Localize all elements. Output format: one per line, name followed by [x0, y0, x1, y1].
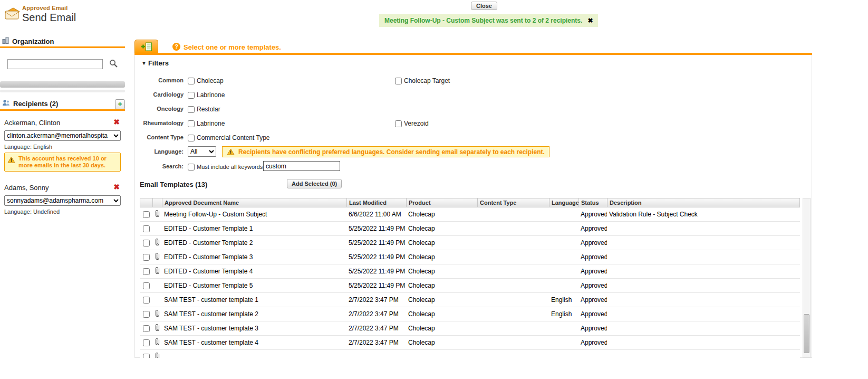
template-status: Approved — [578, 239, 607, 247]
organization-search-input[interactable] — [7, 59, 103, 69]
template-product: Cholecap — [406, 339, 477, 346]
recipient-name: Adams, Sonny — [4, 183, 121, 192]
column-name[interactable]: Approved Document Name — [162, 198, 347, 207]
template-modified: 2/7/2022 3:47 PM — [346, 296, 406, 304]
search-icon[interactable] — [107, 58, 120, 70]
row-checkbox[interactable] — [143, 268, 150, 275]
table-row[interactable]: Meeting Follow-Up - Custom Subject 6/6/2… — [140, 207, 800, 222]
filters-and-results-panel: ▼ Filters Common Cholecap Cholecap Targe… — [134, 55, 812, 358]
send-email-window: Approved Email Send Email Close Meeting … — [0, 0, 868, 379]
add-selected-button[interactable]: Add Selected (0) — [287, 179, 342, 188]
recipient-email-select[interactable]: sonnyadams@adamspharma.com — [4, 195, 121, 206]
filter-checkbox[interactable] — [395, 78, 402, 84]
recipient-warning-text: This account has received 10 or more ema… — [18, 155, 118, 169]
template-status: Approved — [578, 296, 607, 304]
column-status[interactable]: Status — [579, 198, 607, 207]
recipient-warning: This account has received 10 or more ema… — [4, 153, 121, 172]
toast-close-icon[interactable]: ✖ — [587, 17, 593, 24]
template-name: EDITED - Customer Template 5 — [162, 282, 346, 289]
attachment-icon — [155, 324, 160, 333]
page-title: Send Email — [22, 12, 76, 24]
filter-option[interactable]: Commercial Content Type — [188, 132, 270, 144]
organization-icon — [2, 37, 9, 45]
recipient-email-select[interactable]: clinton.ackerman@memorialhospita — [4, 130, 121, 141]
table-row[interactable]: SAM TEST - customer template 1 2/7/2022 … — [140, 293, 800, 307]
template-product: Cholecap — [406, 268, 477, 275]
filter-option[interactable]: Restolar — [188, 103, 220, 115]
column-language[interactable]: Language — [549, 198, 579, 207]
filter-option[interactable]: Cholecap Target — [395, 75, 450, 87]
filter-row: Content Type Commercial Content Type — [135, 132, 715, 144]
filter-option[interactable]: Cholecap — [188, 75, 224, 87]
template-search-input[interactable] — [263, 161, 340, 171]
template-product: Cholecap — [406, 325, 477, 332]
attachment-icon — [155, 252, 160, 262]
table-row[interactable]: EDITED - Customer Template 1 5/25/2022 1… — [140, 222, 800, 236]
recipient-name: Ackerman, Clinton — [4, 118, 121, 127]
row-checkbox[interactable] — [143, 225, 150, 232]
column-description[interactable]: Description — [607, 198, 799, 207]
row-checkbox[interactable] — [143, 297, 150, 304]
remove-recipient-icon[interactable]: ✖ — [113, 183, 120, 191]
filter-option[interactable]: Verezoid — [395, 118, 429, 129]
row-checkbox[interactable] — [143, 240, 150, 247]
row-checkbox[interactable] — [143, 325, 150, 332]
filter-option[interactable]: Labrinone — [188, 118, 225, 129]
help-icon[interactable]: ? — [172, 43, 180, 51]
filters-title: Filters — [148, 59, 169, 67]
table-row[interactable]: SAM TEST - customer template 4 2/7/2022 … — [140, 336, 800, 350]
table-row[interactable]: EDITED - Customer Template 4 5/25/2022 1… — [140, 264, 800, 279]
filters-toggle[interactable]: ▼ Filters — [141, 59, 169, 67]
row-checkbox[interactable] — [143, 339, 150, 346]
filter-checkbox[interactable] — [395, 120, 402, 127]
filter-checkbox[interactable] — [188, 106, 195, 113]
table-row[interactable]: SAM TEST - customer template 2 2/7/2022 … — [140, 307, 800, 321]
page-header: Approved Email Send Email — [22, 5, 76, 24]
table-row[interactable]: EDITED - Customer Template 3 5/25/2022 1… — [140, 250, 800, 264]
filter-option[interactable]: Labrinone — [188, 89, 225, 101]
column-last-modified[interactable]: Last Modified — [347, 198, 407, 207]
template-modified: 2/7/2022 3:47 PM — [346, 310, 406, 318]
toast-message: Meeting Follow-Up - Custom Subject was s… — [384, 17, 582, 24]
keywords-checkbox[interactable] — [188, 164, 195, 170]
template-product: Cholecap — [406, 239, 477, 247]
filter-checkbox[interactable] — [188, 135, 195, 141]
table-row[interactable]: EDITED - Customer Template 2 5/25/2022 1… — [140, 236, 800, 250]
add-recipient-button[interactable]: + — [115, 99, 125, 109]
template-status: Approved — [578, 211, 607, 218]
column-product[interactable]: Product — [407, 198, 478, 207]
filter-checkbox[interactable] — [188, 120, 195, 127]
template-product: Cholecap — [406, 253, 477, 261]
table-row[interactable]: SAM TEST - customer template 3 2/7/2022 … — [140, 321, 800, 336]
template-status: Approved — [578, 225, 607, 232]
attachment-icon — [155, 338, 160, 347]
row-checkbox[interactable] — [143, 354, 150, 358]
template-product: Cholecap — [406, 225, 477, 232]
keywords-option[interactable]: Must include all keywords — [188, 161, 263, 173]
organization-title: Organization — [12, 37, 54, 45]
row-checkbox[interactable] — [143, 211, 150, 218]
remove-recipient-icon[interactable]: ✖ — [113, 118, 120, 126]
filter-checkbox[interactable] — [188, 92, 195, 99]
templates-table: Approved Document Name Last Modified Pro… — [140, 198, 800, 358]
filter-checkbox[interactable] — [188, 78, 195, 84]
table-row[interactable]: EDITED - Customer Template 5 5/25/2022 1… — [140, 279, 800, 293]
template-status: Approved — [578, 253, 607, 261]
row-checkbox[interactable] — [143, 282, 150, 289]
column-content-type[interactable]: Content Type — [478, 198, 549, 207]
table-scrollbar-track[interactable] — [803, 198, 811, 358]
table-row-partial[interactable] — [140, 350, 800, 358]
table-scrollbar-thumb[interactable] — [804, 314, 809, 353]
collapse-arrow-icon: ▼ — [141, 60, 147, 66]
language-select[interactable]: All — [188, 146, 216, 157]
template-product: Cholecap — [406, 211, 477, 218]
approved-email-logo-icon — [4, 6, 21, 21]
filter-row: Rheumatology Labrinone Verezoid — [135, 118, 715, 129]
recipient-item: Ackerman, Clinton ✖ clinton.ackerman@mem… — [4, 118, 121, 172]
tab-email-templates[interactable] — [134, 40, 158, 53]
filter-label: Cardiology — [135, 91, 184, 98]
row-checkbox[interactable] — [143, 311, 150, 318]
organization-divider — [0, 46, 125, 48]
close-button[interactable]: Close — [471, 2, 497, 10]
row-checkbox[interactable] — [143, 254, 150, 261]
